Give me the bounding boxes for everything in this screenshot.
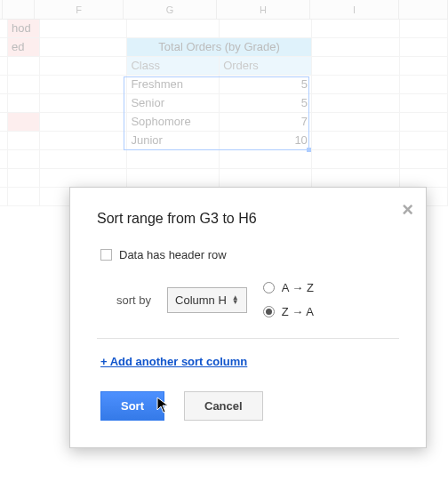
cell[interactable] xyxy=(312,94,400,113)
checkbox-label: Data has header row xyxy=(119,248,227,261)
col-g[interactable]: G xyxy=(124,0,217,19)
col-i[interactable]: I xyxy=(310,0,399,19)
cell[interactable] xyxy=(312,132,400,150)
cell[interactable] xyxy=(220,20,312,38)
cell[interactable] xyxy=(8,150,40,169)
table-header-class[interactable]: Class xyxy=(127,57,220,76)
cell[interactable] xyxy=(40,132,128,150)
cell[interactable] xyxy=(127,20,220,38)
cell[interactable] xyxy=(400,150,448,169)
col-e[interactable] xyxy=(3,0,35,19)
cell[interactable]: ed xyxy=(8,38,40,57)
cell[interactable] xyxy=(0,188,8,206)
table-row[interactable]: Junior xyxy=(127,132,220,150)
cell[interactable] xyxy=(0,150,8,169)
cell[interactable] xyxy=(127,150,220,169)
cell[interactable] xyxy=(312,150,400,169)
updown-icon: ▲▼ xyxy=(232,295,239,304)
sort-column-value: Column H xyxy=(175,293,227,307)
cell[interactable] xyxy=(0,113,8,132)
cell[interactable] xyxy=(40,113,128,132)
table-row[interactable]: 7 xyxy=(220,113,312,132)
cell[interactable] xyxy=(8,169,40,188)
radio-icon xyxy=(263,282,275,293)
table-row[interactable]: Freshmen xyxy=(127,76,220,94)
cell[interactable] xyxy=(312,76,400,94)
cell[interactable] xyxy=(8,132,40,150)
grid-rows: hod ed Total Orders (by Grade) Class Ord… xyxy=(0,20,448,206)
cell[interactable] xyxy=(40,57,128,76)
cell[interactable] xyxy=(40,150,128,169)
cell[interactable] xyxy=(400,76,448,94)
cell[interactable] xyxy=(0,20,8,38)
table-header-orders[interactable]: Orders xyxy=(220,57,312,76)
cell[interactable] xyxy=(40,76,128,94)
cell[interactable]: hod xyxy=(8,20,40,38)
cell[interactable] xyxy=(400,20,448,38)
cell[interactable] xyxy=(312,38,400,57)
cell[interactable] xyxy=(400,94,448,113)
radio-label: Z → A xyxy=(282,305,314,318)
table-row[interactable]: 5 xyxy=(220,76,312,94)
add-sort-column-link[interactable]: + Add another sort column xyxy=(100,355,247,368)
sort-az-radio[interactable]: A → Z xyxy=(263,281,314,294)
cell[interactable] xyxy=(40,38,128,57)
cell[interactable] xyxy=(312,113,400,132)
checkbox-icon xyxy=(100,249,112,261)
sort-button[interactable]: Sort xyxy=(100,391,164,421)
cell[interactable] xyxy=(0,94,8,113)
table-row[interactable]: Senior xyxy=(127,94,220,113)
col-f[interactable]: F xyxy=(35,0,124,19)
sort-by-label: sort by xyxy=(116,293,151,307)
cell[interactable] xyxy=(0,76,8,94)
cell[interactable] xyxy=(220,169,312,188)
cell[interactable] xyxy=(400,38,448,57)
radio-label: A → Z xyxy=(282,281,314,294)
cell[interactable] xyxy=(312,20,400,38)
cell[interactable] xyxy=(8,57,40,76)
header-row-checkbox[interactable]: Data has header row xyxy=(100,248,399,261)
table-row[interactable]: Sophomore xyxy=(127,113,220,132)
dialog-title: Sort range from G3 to H6 xyxy=(97,211,399,227)
cell[interactable] xyxy=(0,169,8,188)
sort-column-select[interactable]: Column H ▲▼ xyxy=(167,287,247,313)
cancel-button[interactable]: Cancel xyxy=(184,391,263,421)
cell[interactable] xyxy=(40,94,128,113)
cell[interactable] xyxy=(40,20,128,38)
cell[interactable] xyxy=(400,169,448,188)
sort-range-dialog: × Sort range from G3 to H6 Data has head… xyxy=(69,187,427,448)
cell[interactable] xyxy=(220,150,312,169)
cell[interactable] xyxy=(0,132,8,150)
cell[interactable] xyxy=(400,113,448,132)
spreadsheet-grid: F G H I hod ed Total Orders (by Grade) xyxy=(0,0,448,206)
sort-za-radio[interactable]: Z → A xyxy=(263,305,314,318)
cell[interactable] xyxy=(400,132,448,150)
cell[interactable] xyxy=(8,76,40,94)
table-title[interactable]: Total Orders (by Grade) xyxy=(127,38,311,57)
table-row[interactable]: 5 xyxy=(220,94,312,113)
cell[interactable] xyxy=(8,113,40,132)
table-row[interactable]: 10 xyxy=(220,132,312,150)
cell[interactable] xyxy=(0,38,8,57)
cell[interactable] xyxy=(127,169,220,188)
cell[interactable] xyxy=(8,188,40,206)
cell[interactable] xyxy=(312,57,400,76)
cell[interactable] xyxy=(8,94,40,113)
column-headers: F G H I xyxy=(0,0,448,20)
radio-icon xyxy=(263,306,275,317)
col-j[interactable] xyxy=(399,0,448,19)
close-icon[interactable]: × xyxy=(402,200,413,220)
cell[interactable] xyxy=(40,169,128,188)
cell[interactable] xyxy=(400,57,448,76)
cell[interactable] xyxy=(0,57,8,76)
cell[interactable] xyxy=(312,169,400,188)
col-h[interactable]: H xyxy=(217,0,310,19)
divider xyxy=(97,338,399,339)
